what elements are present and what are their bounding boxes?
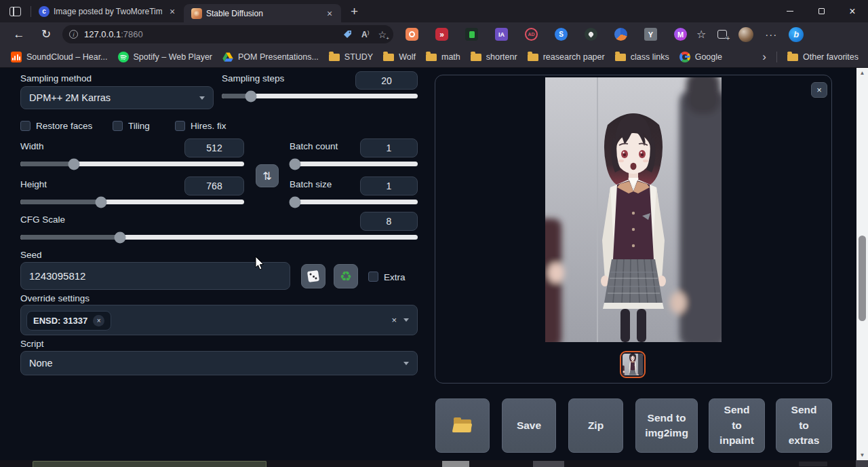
tiling-checkbox[interactable] xyxy=(113,121,123,131)
sampling-steps-slider[interactable] xyxy=(222,94,418,98)
extension-monica-icon[interactable]: M xyxy=(674,28,687,41)
menu-ellipsis-icon[interactable]: ··· xyxy=(765,29,777,40)
extension-adblock-icon[interactable]: AD xyxy=(525,28,538,41)
close-gallery-button[interactable]: × xyxy=(811,82,827,98)
address-bar[interactable]: i 127.0.0.1:7860 A) ☆+ xyxy=(62,25,393,43)
bookmark-class-links[interactable]: class links xyxy=(615,52,669,62)
scroll-down-icon[interactable]: ▼ xyxy=(856,450,868,460)
tab1-title: Image posted by TwoMoreTimes xyxy=(54,7,162,16)
back-button[interactable]: ← xyxy=(11,28,27,41)
bookmark-reasearch-paper[interactable]: reasearch paper xyxy=(528,52,605,62)
seed-input[interactable]: 1243095812 xyxy=(20,262,290,290)
send-to-inpaint-button[interactable]: Send to inpaint xyxy=(709,398,765,453)
slider-handle[interactable] xyxy=(114,231,125,243)
toolbar-right-cluster: ☆ ··· b xyxy=(696,27,804,42)
bookmarks-overflow-chevron-icon[interactable]: › xyxy=(762,50,766,64)
folder-icon xyxy=(528,54,538,61)
bookmark-google[interactable]: Google xyxy=(679,52,722,62)
height-input[interactable]: 768 xyxy=(184,176,244,195)
random-seed-button[interactable] xyxy=(301,264,326,288)
cfg-scale-input[interactable]: 8 xyxy=(360,212,418,231)
extra-seed-checkbox[interactable] xyxy=(368,272,378,282)
clear-all-icon[interactable]: × xyxy=(391,315,397,325)
gallery-thumbnail-selected[interactable] xyxy=(620,351,646,378)
dice-icon xyxy=(307,270,319,282)
extension-orange-ring-icon[interactable] xyxy=(406,28,418,41)
tab-image-posted[interactable]: c Image posted by TwoMoreTimes × xyxy=(31,0,184,22)
slider-handle[interactable] xyxy=(245,90,257,102)
bookmark-soundcloud[interactable]: SoundCloud – Hear... xyxy=(11,52,108,62)
extension-ia-icon[interactable]: IA xyxy=(495,28,508,41)
extension-shazam-icon[interactable]: S xyxy=(555,28,568,41)
extension-map-pin-icon[interactable] xyxy=(585,28,597,41)
bookmark-study[interactable]: STUDY xyxy=(329,52,373,62)
favorites-star-icon[interactable]: ☆ xyxy=(696,28,706,41)
restore-faces-checkbox[interactable] xyxy=(20,121,31,131)
width-input[interactable]: 512 xyxy=(184,138,244,157)
save-button[interactable]: Save xyxy=(502,398,556,453)
bookmark-shortenr[interactable]: shortenr xyxy=(471,52,517,62)
batch-size-input[interactable]: 1 xyxy=(360,176,418,195)
batch-count-slider[interactable] xyxy=(290,162,418,166)
chip-remove-icon[interactable]: × xyxy=(93,315,104,326)
extension-fast-forward-icon[interactable]: » xyxy=(435,28,448,41)
extension-trash-icon[interactable] xyxy=(465,28,478,41)
zip-button[interactable]: Zip xyxy=(568,398,623,453)
reload-button[interactable]: ↻ xyxy=(38,27,54,41)
window-close-button[interactable]: × xyxy=(837,0,868,22)
bookmark-spotify[interactable]: Spotify – Web Player xyxy=(118,52,213,62)
tab1-close-icon[interactable]: × xyxy=(166,5,178,18)
send-to-img2img-button[interactable]: Send to img2img xyxy=(635,398,698,453)
tab2-close-icon[interactable]: × xyxy=(323,7,336,20)
extension-globe-icon[interactable] xyxy=(614,28,627,41)
sampling-method-dropdown[interactable]: DPM++ 2M Karras xyxy=(20,86,214,109)
bing-copilot-icon[interactable]: b xyxy=(789,27,804,42)
swap-dimensions-button[interactable]: ⇅ xyxy=(256,164,279,187)
scrollbar-thumb[interactable] xyxy=(859,236,866,321)
slider-handle[interactable] xyxy=(95,196,106,208)
generated-image[interactable] xyxy=(545,77,722,342)
sampling-steps-input[interactable]: 20 xyxy=(355,71,418,90)
script-label: Script xyxy=(20,339,44,349)
shopping-tag-icon[interactable] xyxy=(342,29,353,39)
width-slider[interactable] xyxy=(20,162,244,166)
send-to-extras-button[interactable]: Send to extras xyxy=(776,398,832,453)
window-minimize-button[interactable] xyxy=(774,0,806,22)
folder-icon xyxy=(787,54,798,61)
tab2-title: Stable Diffusion xyxy=(206,9,319,18)
window-maximize-button[interactable] xyxy=(806,0,837,22)
collections-icon[interactable] xyxy=(717,30,727,39)
vertical-scrollbar[interactable]: ▲ ▼ xyxy=(856,68,868,460)
bookmark-pom-presentations[interactable]: POM Presentations... xyxy=(222,52,319,62)
hires-fix-checkbox[interactable] xyxy=(175,121,185,131)
batch-count-input[interactable]: 1 xyxy=(360,138,418,157)
batch-size-slider[interactable] xyxy=(290,200,418,204)
cfg-scale-slider[interactable] xyxy=(20,235,418,240)
extension-y-icon[interactable]: Y xyxy=(644,28,657,41)
batch-size-label: Batch size xyxy=(290,179,332,189)
url-host: 127.0.0.1 xyxy=(84,29,121,39)
height-label: Height xyxy=(20,179,47,189)
bookmark-math[interactable]: math xyxy=(426,52,460,62)
script-dropdown[interactable]: None xyxy=(20,351,418,375)
profile-avatar[interactable] xyxy=(738,27,753,42)
reuse-seed-button[interactable]: ♻ xyxy=(334,264,358,288)
taskbar-corner xyxy=(856,460,868,467)
slider-handle[interactable] xyxy=(289,158,300,170)
override-settings-multiselect[interactable]: ENSD: 31337 × × xyxy=(20,305,418,335)
slider-handle[interactable] xyxy=(68,158,80,170)
site-info-icon[interactable]: i xyxy=(69,30,78,39)
scroll-up-icon[interactable]: ▲ xyxy=(856,68,868,78)
add-favorite-icon[interactable]: ☆+ xyxy=(378,29,387,40)
bookmark-wolf[interactable]: Wolf xyxy=(383,52,416,62)
override-chip-ensd[interactable]: ENSD: 31337 × xyxy=(26,311,111,331)
tab-stable-diffusion[interactable]: Stable Diffusion × xyxy=(184,4,341,22)
read-aloud-icon[interactable]: A) xyxy=(361,29,369,39)
google-icon xyxy=(679,52,690,62)
new-tab-button[interactable]: + xyxy=(351,4,358,19)
bookmark-other-favorites[interactable]: Other favorites xyxy=(787,52,859,62)
slider-handle[interactable] xyxy=(289,196,300,208)
open-folder-button[interactable] xyxy=(435,398,490,453)
height-slider[interactable] xyxy=(20,200,244,204)
tab-workspaces-icon[interactable] xyxy=(9,7,21,16)
